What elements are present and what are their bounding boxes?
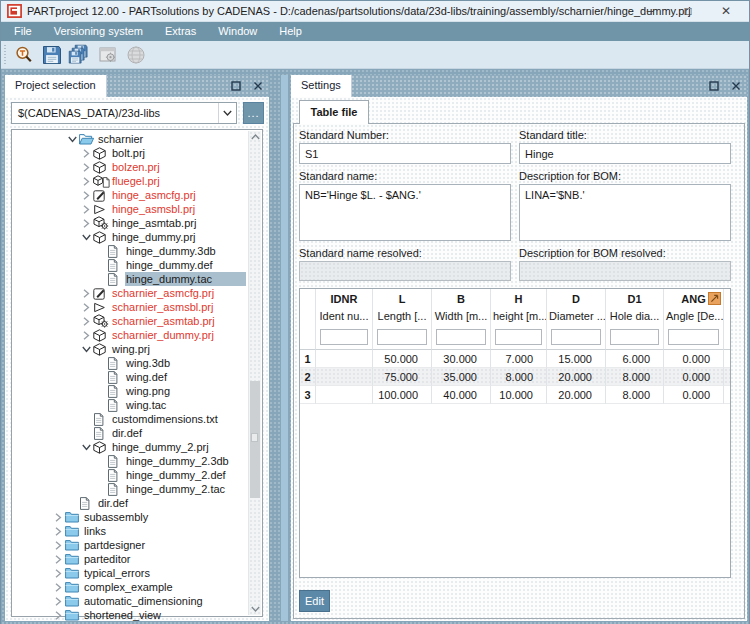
maximize-button[interactable]: □ [669, 1, 707, 22]
chevron-right-icon[interactable] [51, 597, 65, 606]
chevron-right-icon[interactable] [79, 289, 93, 298]
scroll-down-icon[interactable] [249, 603, 261, 615]
tree-item[interactable]: bolt.prj [13, 146, 246, 160]
cell-idnr[interactable] [316, 368, 373, 386]
save-icon[interactable] [39, 43, 65, 67]
tree-item[interactable]: automatic_dimensioning [13, 594, 246, 608]
cell-h[interactable]: 7.000 [491, 350, 547, 368]
chevron-right-icon[interactable] [79, 191, 93, 200]
tree-item[interactable]: scharnier_asmcfg.prj [13, 286, 246, 300]
browse-button[interactable]: ... [243, 102, 264, 124]
tree-item[interactable]: typical_errors [13, 566, 246, 580]
column-header-b[interactable]: B [432, 289, 491, 309]
menu-help[interactable]: Help [268, 22, 313, 41]
tree-item[interactable]: scharnier_asmsbl.prj [13, 300, 246, 314]
edit-button[interactable]: Edit [299, 590, 330, 612]
tree-item[interactable]: scharnier_dummy.prj [13, 328, 246, 342]
minimize-button[interactable]: – [631, 1, 669, 22]
scroll-up-icon[interactable] [249, 131, 261, 143]
tree-item[interactable]: wing.3db [13, 356, 246, 370]
column-header-d[interactable]: D [547, 289, 606, 309]
cell-ang[interactable]: 0.000 [664, 350, 724, 368]
tree-item[interactable]: hinge_dummy_2.tac [13, 482, 246, 496]
chevron-right-icon[interactable] [51, 527, 65, 536]
cell-ang[interactable]: 0.000 [664, 386, 724, 404]
standard-number-field[interactable] [299, 143, 511, 164]
chevron-down-icon[interactable] [79, 443, 93, 451]
tree-item[interactable]: hinge_dummy_2.3db [13, 454, 246, 468]
menu-file[interactable]: File [3, 22, 43, 41]
tree-item[interactable]: scharnier [13, 132, 246, 146]
column-header-idnr[interactable]: IDNR [316, 289, 373, 309]
cell-b[interactable]: 40.000 [432, 386, 491, 404]
tree-item[interactable]: scharnier_asmtab.prj [13, 314, 246, 328]
close-panel-icon[interactable] [731, 81, 741, 91]
cell-idnr[interactable] [316, 386, 373, 404]
menu-window[interactable]: Window [207, 22, 268, 41]
chevron-right-icon[interactable] [51, 513, 65, 522]
menu-versioning-system[interactable]: Versioning system [43, 22, 154, 41]
bom-description-field[interactable]: LINA='$NB.' [519, 184, 731, 241]
menu-extras[interactable]: Extras [154, 22, 207, 41]
column-header-d1[interactable]: D1 [606, 289, 664, 309]
chevron-right-icon[interactable] [79, 205, 93, 214]
globe-icon[interactable] [123, 43, 149, 67]
cell-h[interactable]: 10.000 [491, 386, 547, 404]
cell-ang[interactable]: 0.000 [664, 368, 724, 386]
cell-d[interactable]: 20.000 [547, 368, 606, 386]
tree-item[interactable]: hinge_dummy.def [13, 258, 246, 272]
filter-input-l[interactable] [377, 329, 427, 345]
chevron-right-icon[interactable] [79, 331, 93, 340]
tree-item[interactable]: dir.def [13, 496, 246, 510]
cell-d1[interactable]: 8.000 [606, 386, 664, 404]
tree-item[interactable]: wing.prj [13, 342, 246, 356]
chevron-right-icon[interactable] [79, 219, 93, 228]
chevron-down-icon[interactable] [79, 345, 93, 353]
cell-h[interactable]: 8.000 [491, 368, 547, 386]
chevron-right-icon[interactable] [51, 555, 65, 564]
filter-input-ang[interactable] [668, 329, 719, 345]
dropdown-arrow-icon[interactable] [218, 103, 236, 123]
standard-title-field[interactable] [519, 143, 731, 164]
filter-input-idnr[interactable] [320, 329, 368, 345]
chevron-right-icon[interactable] [79, 177, 93, 186]
maximize-panel-icon[interactable] [231, 81, 241, 91]
chevron-down-icon[interactable] [79, 233, 93, 241]
standard-name-field[interactable]: NB='Hinge $L. - $ANG.' [299, 184, 511, 241]
chevron-right-icon[interactable] [51, 541, 65, 550]
chevron-right-icon[interactable] [51, 611, 65, 620]
tree-item[interactable]: links [13, 524, 246, 538]
save-all-icon[interactable] [67, 43, 93, 67]
tree-item[interactable]: hinge_dummy.3db [13, 244, 246, 258]
chevron-right-icon[interactable] [79, 317, 93, 326]
filter-input-d1[interactable] [610, 329, 659, 345]
maximize-panel-icon[interactable] [709, 81, 719, 91]
column-header-h[interactable]: H [491, 289, 547, 309]
close-button[interactable]: ✕ [707, 1, 745, 22]
column-edit-icon[interactable] [708, 292, 721, 305]
panel-splitter[interactable] [281, 75, 288, 621]
chevron-right-icon[interactable] [51, 583, 65, 592]
filter-input-d[interactable] [551, 329, 601, 345]
column-header-l[interactable]: L [373, 289, 432, 309]
cell-d1[interactable]: 8.000 [606, 368, 664, 386]
tree-item[interactable]: wing.tac [13, 398, 246, 412]
scrollbar-thumb[interactable] [250, 381, 260, 498]
cell-d[interactable]: 15.000 [547, 350, 606, 368]
column-header-ang[interactable]: ANG [664, 289, 724, 309]
close-panel-icon[interactable] [253, 81, 263, 91]
tree-item[interactable]: complex_example [13, 580, 246, 594]
tree-item[interactable]: hinge_asmcfg.prj [13, 188, 246, 202]
tree-item[interactable]: wing.def [13, 370, 246, 384]
tab-table-file[interactable]: Table file [299, 100, 369, 124]
cell-l[interactable]: 100.000 [373, 386, 432, 404]
cell-l[interactable]: 75.000 [373, 368, 432, 386]
cell-d1[interactable]: 6.000 [606, 350, 664, 368]
cell-d[interactable]: 20.000 [547, 386, 606, 404]
cell-b[interactable]: 30.000 [432, 350, 491, 368]
chevron-right-icon[interactable] [79, 149, 93, 158]
tree-item[interactable]: parteditor [13, 552, 246, 566]
project-path-combobox[interactable]: $(CADENAS_DATA)/23d-libs [11, 102, 237, 124]
chevron-right-icon[interactable] [79, 303, 93, 312]
tree-item[interactable]: customdimensions.txt [13, 412, 246, 426]
